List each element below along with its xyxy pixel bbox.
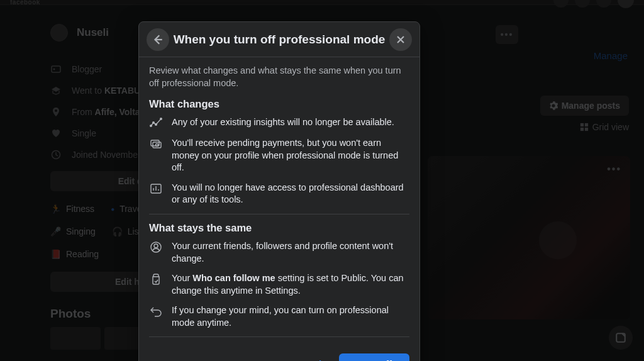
svg-point-11 [160,118,162,120]
change-item-dashboard: You will no longer have access to profes… [149,182,409,206]
change-item-payments: You'll receive pending payments, but you… [149,137,409,174]
svg-point-8 [150,125,152,127]
stays-item-follow-setting: Your Who can follow me setting is set to… [149,272,409,297]
undo-icon [149,305,163,318]
change-insights-text: Any of your existing insights will no lo… [172,116,394,129]
stays-item-revert: If you change your mind, you can turn on… [149,304,409,329]
back-text-button[interactable]: Back [293,353,333,361]
change-payments-text: You'll receive pending payments, but you… [172,137,409,174]
insights-icon [149,117,163,130]
settings-jar-icon [149,273,163,286]
svg-point-9 [153,122,155,124]
arrow-left-icon [152,34,164,45]
what-stays-heading: What stays the same [149,222,409,234]
what-changes-heading: What changes [149,98,409,110]
dialog-title: When you turn off professional mode [174,33,386,47]
profile-icon [149,241,163,253]
change-dashboard-text: You will no longer have access to profes… [172,182,409,206]
close-button[interactable] [389,28,412,51]
svg-point-14 [156,144,158,147]
dialog-subtitle: Review what changes and what stays the s… [149,65,409,89]
svg-point-17 [154,244,158,248]
change-item-insights: Any of your existing insights will no lo… [149,116,409,130]
back-button[interactable] [147,28,169,51]
svg-point-10 [155,124,157,126]
stays-revert-text: If you change your mind, you can turn on… [172,304,409,329]
stays-item-friends: Your current friends, followers and prof… [149,240,409,265]
close-icon [396,35,406,45]
money-icon [149,138,163,150]
stays-friends-text: Your current friends, followers and prof… [172,240,409,265]
turn-off-button[interactable]: Turn off [339,353,409,361]
stays-follow-text: Your Who can follow me setting is set to… [172,272,409,297]
dashboard-icon [149,182,163,195]
turn-off-professional-mode-dialog: When you turn off professional mode Revi… [138,21,420,361]
svg-rect-13 [153,142,161,148]
